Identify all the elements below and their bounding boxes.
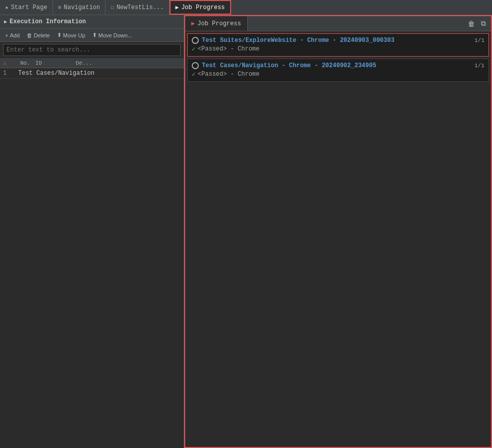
search-input[interactable] xyxy=(3,44,181,56)
delete-button[interactable]: 🗑 Delete xyxy=(25,31,52,39)
job-item-row-2: Test Cases/Navigation - Chrome - 2024090… xyxy=(192,62,484,69)
table-header: ⚠ No. ID De... xyxy=(0,58,184,68)
arrow-icon: ▶ xyxy=(4,19,7,25)
main-layout: ▶ Execution Information + Add 🗑 Delete ⬆… xyxy=(0,15,492,448)
add-icon: + xyxy=(5,32,8,38)
move-up-button[interactable]: ⬆ Move Up xyxy=(55,31,87,39)
execution-info-header: ▶ Execution Information xyxy=(0,15,184,29)
move-down-button[interactable]: ⬆ Move Down... xyxy=(90,31,134,39)
down-icon: ⬆ xyxy=(92,32,97,38)
tab-newtestlist[interactable]: ☐ NewTestLis... xyxy=(105,0,169,15)
tab-start-page[interactable]: ★ Start Page xyxy=(0,0,53,15)
loading-icon xyxy=(192,37,199,44)
up-icon: ⬆ xyxy=(57,32,62,38)
star-icon: ★ xyxy=(5,4,9,11)
job-item-status-2: ✓ <Passed> - Chrome xyxy=(192,70,484,78)
jp-toolbar: 🗑 ⧉ xyxy=(463,18,491,29)
tab-navigation[interactable]: ≡ Navigation xyxy=(53,0,106,15)
check-icon: ✓ xyxy=(192,45,196,53)
job-progress-panel: ▶ Job Progress 🗑 ⧉ Test Suites/ExploreWe… xyxy=(184,15,492,448)
loading-icon-2 xyxy=(192,62,199,69)
job-item-1[interactable]: Test Suites/ExploreWebsite - Chrome - 20… xyxy=(187,33,489,57)
play-icon: ▶ xyxy=(191,20,195,27)
add-button[interactable]: + Add xyxy=(3,31,22,39)
job-item-2[interactable]: Test Cases/Navigation - Chrome - 2024090… xyxy=(187,59,489,82)
trash-icon: 🗑 xyxy=(27,32,32,38)
nav-icon: ≡ xyxy=(58,5,62,11)
check-icon-2: ✓ xyxy=(192,70,196,78)
main-tab-bar: ★ Start Page ≡ Navigation ☐ NewTestLis..… xyxy=(0,0,492,15)
table-row[interactable]: 1 Test Cases/Navigation xyxy=(0,68,184,79)
table-body: 1 Test Cases/Navigation xyxy=(0,68,184,448)
toolbar: + Add 🗑 Delete ⬆ Move Up ⬆ Move Down... xyxy=(0,29,184,42)
job-list: Test Suites/ExploreWebsite - Chrome - 20… xyxy=(185,31,491,447)
file-icon: ☐ xyxy=(111,4,114,11)
tab-job-progress[interactable]: ▶ Job Progress xyxy=(170,0,231,15)
job-progress-header: ▶ Job Progress 🗑 ⧉ xyxy=(185,16,491,31)
job-item-status: ✓ <Passed> - Chrome xyxy=(192,45,484,53)
error-indicator: ⚠ xyxy=(3,60,18,66)
job-item-row: Test Suites/ExploreWebsite - Chrome - 20… xyxy=(192,37,484,44)
left-panel: ▶ Execution Information + Add 🗑 Delete ⬆… xyxy=(0,15,184,448)
expand-jp-button[interactable]: ⧉ xyxy=(479,18,488,29)
delete-jp-button[interactable]: 🗑 xyxy=(466,19,477,29)
play-icon: ▶ xyxy=(176,4,179,11)
job-progress-title: ▶ Job Progress xyxy=(185,16,248,31)
